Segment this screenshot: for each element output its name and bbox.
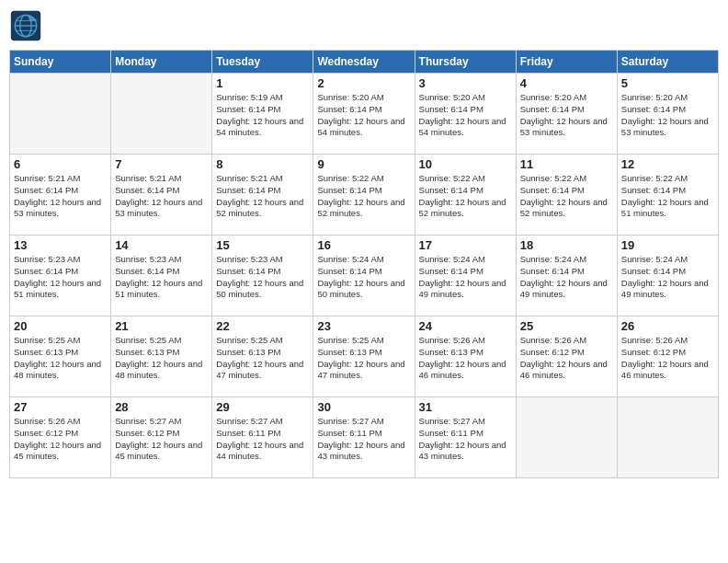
day-number: 24 bbox=[419, 319, 512, 333]
day-info: Sunrise: 5:20 AM Sunset: 6:14 PM Dayligh… bbox=[317, 92, 410, 139]
day-number: 15 bbox=[216, 238, 309, 252]
day-number: 9 bbox=[317, 157, 410, 171]
logo bbox=[9, 9, 46, 42]
calendar-cell: 23Sunrise: 5:25 AM Sunset: 6:13 PM Dayli… bbox=[313, 316, 415, 397]
day-number: 7 bbox=[115, 157, 208, 171]
calendar-cell: 31Sunrise: 5:27 AM Sunset: 6:11 PM Dayli… bbox=[415, 397, 516, 478]
calendar-cell: 2Sunrise: 5:20 AM Sunset: 6:14 PM Daylig… bbox=[313, 74, 415, 155]
calendar-cell: 19Sunrise: 5:24 AM Sunset: 6:14 PM Dayli… bbox=[617, 236, 718, 316]
calendar-cell: 15Sunrise: 5:23 AM Sunset: 6:14 PM Dayli… bbox=[212, 236, 313, 316]
day-number: 26 bbox=[621, 319, 714, 333]
calendar-cell: 26Sunrise: 5:26 AM Sunset: 6:12 PM Dayli… bbox=[617, 316, 718, 397]
day-number: 2 bbox=[317, 76, 410, 90]
day-info: Sunrise: 5:25 AM Sunset: 6:13 PM Dayligh… bbox=[14, 335, 107, 382]
day-info: Sunrise: 5:22 AM Sunset: 6:14 PM Dayligh… bbox=[621, 173, 714, 220]
calendar-cell: 16Sunrise: 5:24 AM Sunset: 6:14 PM Dayli… bbox=[313, 236, 415, 316]
day-info: Sunrise: 5:19 AM Sunset: 6:14 PM Dayligh… bbox=[216, 92, 309, 139]
day-info: Sunrise: 5:20 AM Sunset: 6:14 PM Dayligh… bbox=[621, 92, 714, 139]
day-info: Sunrise: 5:26 AM Sunset: 6:12 PM Dayligh… bbox=[14, 416, 107, 463]
calendar-cell: 10Sunrise: 5:22 AM Sunset: 6:14 PM Dayli… bbox=[415, 155, 516, 236]
day-number: 16 bbox=[317, 238, 410, 252]
weekday-header: Sunday bbox=[10, 51, 111, 74]
calendar-cell: 9Sunrise: 5:22 AM Sunset: 6:14 PM Daylig… bbox=[313, 155, 415, 236]
calendar-cell: 24Sunrise: 5:26 AM Sunset: 6:13 PM Dayli… bbox=[415, 316, 516, 397]
day-number: 1 bbox=[216, 76, 309, 90]
day-number: 14 bbox=[115, 238, 208, 252]
calendar-week: 13Sunrise: 5:23 AM Sunset: 6:14 PM Dayli… bbox=[10, 236, 719, 316]
calendar-cell: 1Sunrise: 5:19 AM Sunset: 6:14 PM Daylig… bbox=[212, 74, 313, 155]
day-info: Sunrise: 5:26 AM Sunset: 6:13 PM Dayligh… bbox=[419, 335, 512, 382]
day-number: 28 bbox=[115, 400, 208, 414]
page-header bbox=[9, 9, 719, 42]
day-info: Sunrise: 5:21 AM Sunset: 6:14 PM Dayligh… bbox=[216, 173, 309, 220]
day-info: Sunrise: 5:20 AM Sunset: 6:14 PM Dayligh… bbox=[520, 92, 613, 139]
day-number: 22 bbox=[216, 319, 309, 333]
day-info: Sunrise: 5:27 AM Sunset: 6:12 PM Dayligh… bbox=[115, 416, 208, 463]
day-info: Sunrise: 5:23 AM Sunset: 6:14 PM Dayligh… bbox=[115, 254, 208, 301]
day-info: Sunrise: 5:20 AM Sunset: 6:14 PM Dayligh… bbox=[419, 92, 512, 139]
day-number: 30 bbox=[317, 400, 410, 414]
day-info: Sunrise: 5:26 AM Sunset: 6:12 PM Dayligh… bbox=[520, 335, 613, 382]
day-number: 5 bbox=[621, 76, 714, 90]
calendar-cell: 4Sunrise: 5:20 AM Sunset: 6:14 PM Daylig… bbox=[516, 74, 617, 155]
day-info: Sunrise: 5:25 AM Sunset: 6:13 PM Dayligh… bbox=[216, 335, 309, 382]
calendar-cell: 14Sunrise: 5:23 AM Sunset: 6:14 PM Dayli… bbox=[111, 236, 212, 316]
logo-icon bbox=[9, 9, 42, 42]
calendar-cell bbox=[617, 397, 718, 478]
calendar: SundayMondayTuesdayWednesdayThursdayFrid… bbox=[9, 50, 719, 478]
day-info: Sunrise: 5:27 AM Sunset: 6:11 PM Dayligh… bbox=[317, 416, 410, 463]
day-info: Sunrise: 5:25 AM Sunset: 6:13 PM Dayligh… bbox=[317, 335, 410, 382]
calendar-cell: 13Sunrise: 5:23 AM Sunset: 6:14 PM Dayli… bbox=[10, 236, 111, 316]
calendar-week: 27Sunrise: 5:26 AM Sunset: 6:12 PM Dayli… bbox=[10, 397, 719, 478]
weekday-header: Friday bbox=[516, 51, 617, 74]
day-info: Sunrise: 5:27 AM Sunset: 6:11 PM Dayligh… bbox=[419, 416, 512, 463]
day-info: Sunrise: 5:22 AM Sunset: 6:14 PM Dayligh… bbox=[520, 173, 613, 220]
calendar-week: 1Sunrise: 5:19 AM Sunset: 6:14 PM Daylig… bbox=[10, 74, 719, 155]
day-number: 19 bbox=[621, 238, 714, 252]
calendar-cell: 5Sunrise: 5:20 AM Sunset: 6:14 PM Daylig… bbox=[617, 74, 718, 155]
calendar-cell: 21Sunrise: 5:25 AM Sunset: 6:13 PM Dayli… bbox=[111, 316, 212, 397]
day-info: Sunrise: 5:25 AM Sunset: 6:13 PM Dayligh… bbox=[115, 335, 208, 382]
calendar-cell: 8Sunrise: 5:21 AM Sunset: 6:14 PM Daylig… bbox=[212, 155, 313, 236]
calendar-cell: 20Sunrise: 5:25 AM Sunset: 6:13 PM Dayli… bbox=[10, 316, 111, 397]
day-info: Sunrise: 5:26 AM Sunset: 6:12 PM Dayligh… bbox=[621, 335, 714, 382]
day-info: Sunrise: 5:23 AM Sunset: 6:14 PM Dayligh… bbox=[216, 254, 309, 301]
day-number: 18 bbox=[520, 238, 613, 252]
calendar-cell bbox=[10, 74, 111, 155]
day-info: Sunrise: 5:24 AM Sunset: 6:14 PM Dayligh… bbox=[317, 254, 410, 301]
day-info: Sunrise: 5:22 AM Sunset: 6:14 PM Dayligh… bbox=[419, 173, 512, 220]
calendar-cell: 11Sunrise: 5:22 AM Sunset: 6:14 PM Dayli… bbox=[516, 155, 617, 236]
day-number: 12 bbox=[621, 157, 714, 171]
day-number: 17 bbox=[419, 238, 512, 252]
day-number: 3 bbox=[419, 76, 512, 90]
calendar-week: 20Sunrise: 5:25 AM Sunset: 6:13 PM Dayli… bbox=[10, 316, 719, 397]
calendar-cell: 18Sunrise: 5:24 AM Sunset: 6:14 PM Dayli… bbox=[516, 236, 617, 316]
day-info: Sunrise: 5:21 AM Sunset: 6:14 PM Dayligh… bbox=[14, 173, 107, 220]
day-number: 20 bbox=[14, 319, 107, 333]
day-number: 10 bbox=[419, 157, 512, 171]
calendar-cell: 29Sunrise: 5:27 AM Sunset: 6:11 PM Dayli… bbox=[212, 397, 313, 478]
calendar-cell: 28Sunrise: 5:27 AM Sunset: 6:12 PM Dayli… bbox=[111, 397, 212, 478]
calendar-cell: 22Sunrise: 5:25 AM Sunset: 6:13 PM Dayli… bbox=[212, 316, 313, 397]
calendar-cell: 27Sunrise: 5:26 AM Sunset: 6:12 PM Dayli… bbox=[10, 397, 111, 478]
day-number: 31 bbox=[419, 400, 512, 414]
weekday-header: Monday bbox=[111, 51, 212, 74]
day-info: Sunrise: 5:27 AM Sunset: 6:11 PM Dayligh… bbox=[216, 416, 309, 463]
day-info: Sunrise: 5:24 AM Sunset: 6:14 PM Dayligh… bbox=[520, 254, 613, 301]
day-number: 29 bbox=[216, 400, 309, 414]
day-number: 27 bbox=[14, 400, 107, 414]
calendar-cell: 25Sunrise: 5:26 AM Sunset: 6:12 PM Dayli… bbox=[516, 316, 617, 397]
day-number: 6 bbox=[14, 157, 107, 171]
weekday-header: Tuesday bbox=[212, 51, 313, 74]
calendar-cell: 6Sunrise: 5:21 AM Sunset: 6:14 PM Daylig… bbox=[10, 155, 111, 236]
day-number: 13 bbox=[14, 238, 107, 252]
day-number: 21 bbox=[115, 319, 208, 333]
day-number: 25 bbox=[520, 319, 613, 333]
calendar-cell: 7Sunrise: 5:21 AM Sunset: 6:14 PM Daylig… bbox=[111, 155, 212, 236]
calendar-cell: 17Sunrise: 5:24 AM Sunset: 6:14 PM Dayli… bbox=[415, 236, 516, 316]
day-info: Sunrise: 5:21 AM Sunset: 6:14 PM Dayligh… bbox=[115, 173, 208, 220]
weekday-header: Saturday bbox=[617, 51, 718, 74]
day-info: Sunrise: 5:23 AM Sunset: 6:14 PM Dayligh… bbox=[14, 254, 107, 301]
day-number: 4 bbox=[520, 76, 613, 90]
day-info: Sunrise: 5:24 AM Sunset: 6:14 PM Dayligh… bbox=[621, 254, 714, 301]
